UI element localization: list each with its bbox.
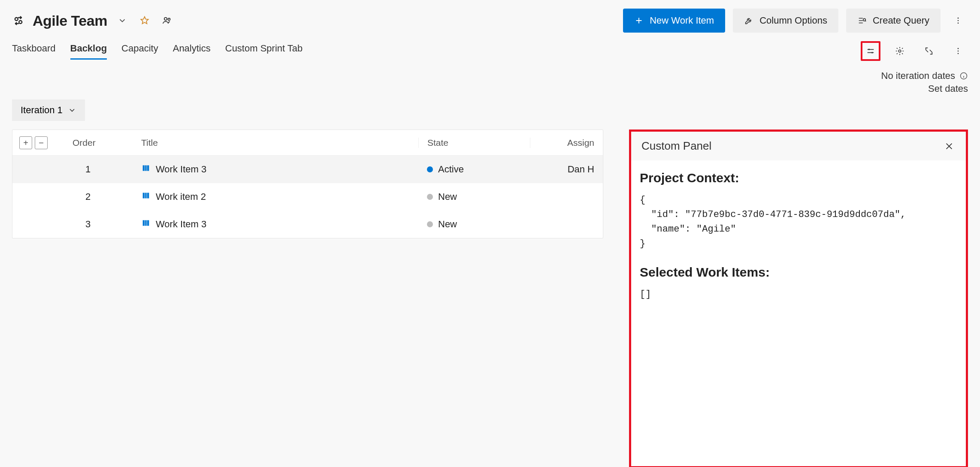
collapse-all-button[interactable]: − <box>35 136 48 149</box>
panel-json-project-context: { "id": "77b7e9bc-37d0-4771-839c-919d9dd… <box>640 193 957 251</box>
filter-settings-icon[interactable] <box>861 41 880 61</box>
cell-title[interactable]: Work Item 3 <box>137 163 418 175</box>
tab-analytics[interactable]: Analytics <box>173 43 211 60</box>
create-query-label: Create Query <box>873 15 929 26</box>
cell-state: Active <box>418 164 530 175</box>
no-iteration-dates-text: No iteration dates <box>881 70 955 81</box>
plus-icon <box>634 16 644 25</box>
cell-title[interactable]: Work Item 3 <box>137 218 418 230</box>
table-row[interactable]: 1Work Item 3ActiveDan H <box>12 156 603 183</box>
column-header-title[interactable]: Title <box>137 138 418 148</box>
column-header-state[interactable]: State <box>418 138 530 148</box>
new-work-item-label: New Work Item <box>650 15 714 26</box>
work-item-title-text: Work Item 3 <box>156 219 206 230</box>
svg-point-0 <box>15 18 18 21</box>
svg-point-8 <box>898 50 901 52</box>
table-row[interactable]: 3Work Item 3New <box>12 211 603 238</box>
team-picker-chevron[interactable] <box>115 13 130 28</box>
tab-taskboard[interactable]: Taskboard <box>12 43 56 60</box>
cell-order: 1 <box>73 164 137 175</box>
tab-backlog[interactable]: Backlog <box>70 43 107 60</box>
team-name: Agile Team <box>33 12 107 29</box>
column-options-button[interactable]: Column Options <box>733 9 838 33</box>
work-item-type-icon <box>141 191 151 203</box>
svg-point-10 <box>958 51 959 52</box>
cell-title[interactable]: Work item 2 <box>137 191 418 203</box>
new-work-item-button[interactable]: New Work Item <box>623 9 725 33</box>
header-more-icon[interactable] <box>948 11 968 30</box>
tab-custom-sprint-tab[interactable]: Custom Sprint Tab <box>225 43 303 60</box>
wrench-icon <box>744 16 753 25</box>
tab-bar: TaskboardBacklogCapacityAnalyticsCustom … <box>12 41 968 61</box>
svg-point-5 <box>958 18 959 19</box>
work-item-title-text: Work Item 3 <box>156 164 206 175</box>
team-swap-icon <box>12 14 25 27</box>
svg-point-2 <box>164 18 167 20</box>
panel-close-button[interactable] <box>943 140 956 153</box>
chevron-down-icon <box>68 106 76 114</box>
people-icon[interactable] <box>160 13 174 28</box>
state-dot-icon <box>427 166 433 172</box>
cell-order: 2 <box>73 191 137 202</box>
expand-all-button[interactable]: + <box>19 136 32 149</box>
svg-point-9 <box>958 48 959 49</box>
custom-side-panel: Custom Panel Project Context: { "id": "7… <box>629 130 968 467</box>
favorite-star-icon[interactable] <box>137 13 152 28</box>
svg-point-11 <box>958 53 959 54</box>
state-text: New <box>438 219 457 230</box>
panel-section-selected-items: Selected Work Items: <box>640 265 957 280</box>
panel-title: Custom Panel <box>641 139 711 153</box>
set-dates-link[interactable]: Set dates <box>928 83 968 94</box>
state-text: Active <box>438 164 464 175</box>
gear-icon[interactable] <box>890 41 910 61</box>
iteration-label: Iteration 1 <box>21 105 63 116</box>
toolbar-more-icon[interactable] <box>948 41 968 61</box>
panel-section-project-context: Project Context: <box>640 171 957 185</box>
info-icon[interactable] <box>959 72 968 80</box>
tab-capacity[interactable]: Capacity <box>121 43 158 60</box>
state-text: New <box>438 191 457 202</box>
table-row[interactable]: 2Work item 2New <box>12 183 603 211</box>
page-header: Agile Team New Work Item Column Options … <box>12 9 968 33</box>
backlog-grid: + − Order Title State Assign 1Work Item … <box>12 130 603 238</box>
cell-assigned: Dan H <box>530 164 603 175</box>
work-item-title-text: Work item 2 <box>156 191 206 202</box>
grid-header-row: + − Order Title State Assign <box>12 130 603 156</box>
panel-json-selected-items: [] <box>640 287 957 302</box>
column-header-assigned[interactable]: Assign <box>530 138 603 148</box>
work-item-type-icon <box>141 163 151 175</box>
cell-state: New <box>418 191 530 202</box>
state-dot-icon <box>427 221 433 227</box>
column-options-label: Column Options <box>759 15 827 26</box>
query-icon <box>857 16 867 25</box>
column-header-order[interactable]: Order <box>73 138 137 148</box>
iteration-dates-row: No iteration dates <box>12 70 968 81</box>
svg-point-7 <box>958 23 959 24</box>
svg-point-1 <box>19 21 22 24</box>
state-dot-icon <box>427 194 433 200</box>
cell-order: 3 <box>73 219 137 230</box>
close-icon <box>944 142 954 151</box>
cell-state: New <box>418 219 530 230</box>
svg-point-6 <box>958 20 959 21</box>
fullscreen-icon[interactable] <box>919 41 939 61</box>
iteration-picker[interactable]: Iteration 1 <box>12 99 85 121</box>
svg-point-3 <box>168 18 170 21</box>
create-query-button[interactable]: Create Query <box>846 9 941 33</box>
work-item-type-icon <box>141 218 151 230</box>
